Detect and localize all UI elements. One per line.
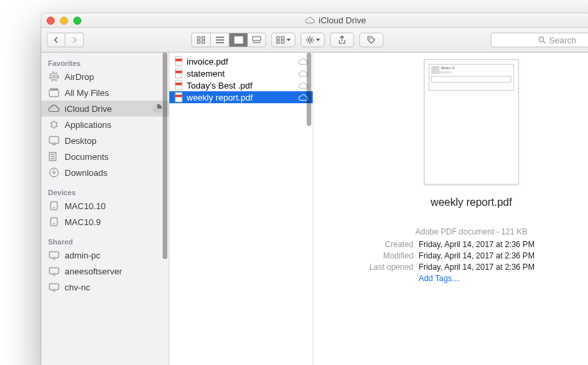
meta-row: Last opened Friday, April 14, 2017 at 2:… xyxy=(333,262,588,273)
monitor-icon xyxy=(48,265,60,277)
sidebar-item-device[interactable]: MAC10.9 xyxy=(41,214,169,230)
meta-row: Created Friday, April 14, 2017 at 2:36 P… xyxy=(333,239,588,250)
search-input[interactable]: Search xyxy=(491,33,588,47)
sidebar-item-documents[interactable]: Documents xyxy=(41,149,169,165)
arrange-icon xyxy=(276,36,285,44)
titlebar: iCloud Drive xyxy=(41,13,588,28)
view-column-button[interactable] xyxy=(229,33,247,47)
file-name: Today's Best .pdf xyxy=(187,81,253,91)
group-label: Devices xyxy=(41,186,169,198)
file-column: invoice.pdf statement Today's Best .pdf … xyxy=(169,53,313,365)
action-button[interactable] xyxy=(301,33,325,47)
chevron-right-icon xyxy=(72,37,77,43)
file-type: Adobe PDF document - 121 KB xyxy=(333,227,588,236)
svg-rect-23 xyxy=(51,218,57,226)
file-row[interactable]: invoice.pdf xyxy=(169,55,313,67)
meta-value: Friday, April 14, 2017 at 2:36 PM xyxy=(419,250,588,262)
tags-button[interactable] xyxy=(359,33,383,47)
meta-value: Friday, April 14, 2017 at 2:36 PM xyxy=(419,262,588,273)
sidebar-item-label: MAC10.10 xyxy=(65,201,105,211)
svg-rect-27 xyxy=(49,284,59,290)
chevron-left-icon xyxy=(53,37,59,43)
pdf-icon xyxy=(173,80,184,91)
sidebar-item-allfiles[interactable]: All My Files xyxy=(41,85,169,101)
pdf-icon xyxy=(173,92,184,103)
view-icon-button[interactable] xyxy=(191,33,210,47)
scrollbar-thumb[interactable] xyxy=(163,53,167,259)
file-name: weekly report.pdf xyxy=(187,93,253,103)
airdrop-icon xyxy=(48,71,60,83)
nav-buttons xyxy=(47,33,84,47)
apps-icon xyxy=(48,119,60,131)
chevron-down-icon xyxy=(287,39,291,41)
window-title-text: iCloud Drive xyxy=(319,15,366,25)
pdf-icon xyxy=(173,56,184,67)
sidebar-item-downloads[interactable]: Downloads xyxy=(41,165,169,181)
arrange-button[interactable] xyxy=(271,33,295,47)
forward-button[interactable] xyxy=(65,33,84,47)
columns-icon xyxy=(234,36,243,44)
svg-point-14 xyxy=(51,73,57,80)
file-name: invoice.pdf xyxy=(187,57,228,67)
add-tags-link[interactable]: Add Tags… xyxy=(419,273,588,284)
sidebar-item-device[interactable]: MAC10.10 xyxy=(41,198,169,214)
list-icon xyxy=(215,36,225,44)
view-list-button[interactable] xyxy=(210,33,229,47)
svg-rect-21 xyxy=(51,202,57,210)
sidebar-item-label: All My Files xyxy=(65,88,109,98)
svg-rect-6 xyxy=(277,37,279,39)
meta-row: Add Tags… xyxy=(333,273,588,284)
svg-rect-9 xyxy=(281,41,284,43)
group-label: Shared xyxy=(41,235,169,247)
file-row[interactable]: statement xyxy=(169,67,313,79)
svg-point-13 xyxy=(53,75,55,78)
svg-rect-29 xyxy=(175,59,182,61)
view-coverflow-button[interactable] xyxy=(247,33,266,47)
grid-icon xyxy=(197,36,206,44)
svg-rect-26 xyxy=(49,268,59,274)
sidebar-item-shared[interactable]: admin-pc xyxy=(41,247,169,263)
scrollbar-thumb[interactable] xyxy=(307,53,311,126)
svg-rect-8 xyxy=(277,41,279,43)
file-name: statement xyxy=(187,69,225,79)
monitor-icon xyxy=(48,249,60,261)
sidebar-item-applications[interactable]: Applications xyxy=(41,117,169,133)
search-icon xyxy=(538,36,546,44)
sidebar-item-icloud[interactable]: iCloud Drive xyxy=(41,101,169,117)
search-placeholder: Search xyxy=(549,35,576,45)
svg-rect-0 xyxy=(197,37,200,39)
svg-rect-16 xyxy=(49,90,59,97)
sidebar: Favorites AirDrop All My Files iCloud Dr… xyxy=(41,53,169,365)
svg-point-24 xyxy=(53,223,55,224)
sidebar-item-label: Applications xyxy=(65,120,111,130)
share-button[interactable] xyxy=(330,33,354,47)
svg-rect-4 xyxy=(235,37,243,43)
thumb-name: Brian V. xyxy=(431,66,511,70)
meta-row: Modified Friday, April 14, 2017 at 2:36 … xyxy=(333,250,588,262)
downloads-icon xyxy=(48,167,60,179)
file-row[interactable]: weekly report.pdf xyxy=(169,91,313,103)
monitor-icon xyxy=(48,281,60,293)
sidebar-item-shared[interactable]: aneesoftserver xyxy=(41,263,169,279)
svg-rect-1 xyxy=(202,37,205,39)
file-row[interactable]: Today's Best .pdf xyxy=(169,79,313,91)
body: Favorites AirDrop All My Files iCloud Dr… xyxy=(41,53,588,365)
svg-rect-17 xyxy=(51,89,57,90)
sidebar-item-airdrop[interactable]: AirDrop xyxy=(41,69,169,85)
cloud-icon xyxy=(48,103,60,115)
folder-icon xyxy=(48,151,60,163)
toolbar: Search xyxy=(41,28,588,53)
sidebar-item-desktop[interactable]: Desktop xyxy=(41,133,169,149)
svg-rect-31 xyxy=(175,71,182,73)
svg-point-10 xyxy=(309,39,311,41)
view-segmented xyxy=(191,33,266,47)
allfiles-icon xyxy=(48,87,60,99)
sidebar-item-label: Desktop xyxy=(65,136,97,146)
coverflow-icon xyxy=(252,36,261,44)
sidebar-item-shared[interactable]: chv-nc xyxy=(41,279,169,295)
svg-point-11 xyxy=(369,38,371,39)
svg-rect-5 xyxy=(253,37,261,41)
drive-icon xyxy=(48,200,60,212)
sidebar-item-label: AirDrop xyxy=(65,72,94,82)
back-button[interactable] xyxy=(47,33,65,47)
